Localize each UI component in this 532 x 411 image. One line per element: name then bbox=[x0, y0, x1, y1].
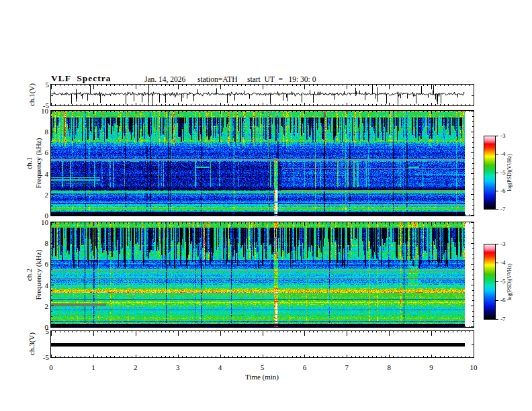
ch2-freq-tick-label: 8 bbox=[45, 239, 49, 247]
figure-title: VLF Spectra bbox=[51, 73, 112, 84]
ch1-volt-tick-label: -5 bbox=[43, 101, 49, 109]
ch3-volt-tick-label: 5 bbox=[46, 327, 50, 335]
ch3-waveform-canvas bbox=[51, 331, 474, 357]
colorbar-tick-label: -5 bbox=[500, 278, 506, 285]
figure-date: Jan. 14, 2026 bbox=[144, 75, 185, 83]
ch1-voltage-axis-label: ch.1(V) bbox=[28, 83, 36, 106]
colorbar-tick-label: -5 bbox=[500, 169, 506, 176]
x-tick-label: 2 bbox=[134, 363, 138, 371]
ch2-freq-tick-label: 2 bbox=[45, 302, 49, 310]
ch3-voltage-panel bbox=[50, 330, 474, 358]
ch1-colorbar-unit-label: log(PSD)(V²/Hz) bbox=[506, 154, 513, 191]
ch1-waveform-canvas bbox=[51, 85, 474, 105]
ch2-freq-tick-label: 4 bbox=[45, 281, 49, 289]
x-tick-label: 1 bbox=[91, 363, 95, 371]
ch1-channel-label: ch.1 bbox=[25, 157, 33, 170]
vlf-spectra-figure: VLF Spectra Jan. 14, 2026 station=ATH st… bbox=[0, 0, 532, 411]
x-tick-label: 3 bbox=[176, 363, 180, 371]
ch1-colorbar bbox=[484, 136, 500, 210]
ch2-frequency-axis-label: Frequency (kHz) bbox=[34, 250, 42, 300]
ch1-volt-tick-label: 5 bbox=[46, 81, 50, 89]
figure-start-ut: start UT = 19: 30: 0 bbox=[247, 75, 316, 83]
x-tick-label: 9 bbox=[429, 363, 433, 371]
ch1-spectrogram-canvas bbox=[51, 111, 474, 216]
ch2-spectrogram-canvas bbox=[51, 222, 474, 327]
x-tick-label: 6 bbox=[303, 363, 307, 371]
ch1-voltage-panel bbox=[50, 84, 474, 106]
colorbar-tick-label: -6 bbox=[500, 297, 506, 304]
ch2-colorbar-unit-label: log(PSD)(V²/Hz) bbox=[506, 263, 513, 300]
x-tick-label: 0 bbox=[49, 363, 53, 371]
colorbar-tick-label: -4 bbox=[500, 259, 506, 266]
ch3-voltage-axis-label: ch.3(V) bbox=[28, 332, 36, 355]
figure-station: station=ATH bbox=[197, 75, 238, 83]
x-tick-label: 8 bbox=[387, 363, 391, 371]
x-tick-label: 10 bbox=[470, 363, 478, 371]
colorbar-tick-label: -7 bbox=[500, 205, 506, 212]
time-axis-label: Time (min) bbox=[245, 373, 279, 381]
colorbar-tick-label: -3 bbox=[500, 132, 506, 139]
x-tick-label: 7 bbox=[345, 363, 349, 371]
x-tick-label: 5 bbox=[261, 363, 265, 371]
ch1-freq-tick-label: 6 bbox=[45, 148, 49, 156]
ch2-freq-tick-label: 10 bbox=[41, 218, 48, 226]
colorbar-tick-label: -4 bbox=[500, 150, 506, 157]
colorbar-tick-label: -7 bbox=[500, 316, 506, 322]
ch2-spectrogram-panel bbox=[50, 222, 474, 328]
colorbar-tick-label: -6 bbox=[500, 187, 506, 194]
ch3-volt-tick-label: -5 bbox=[43, 353, 49, 361]
x-tick-label: 4 bbox=[218, 363, 222, 371]
ch1-spectrogram-panel bbox=[50, 110, 474, 216]
ch2-freq-tick-label: 6 bbox=[45, 260, 49, 268]
ch1-frequency-axis-label: Frequency (kHz) bbox=[34, 138, 42, 189]
ch1-freq-tick-label: 8 bbox=[45, 128, 49, 136]
colorbar-tick-label: -3 bbox=[500, 240, 506, 247]
ch1-freq-tick-label: 2 bbox=[45, 191, 49, 199]
ch1-freq-tick-label: 4 bbox=[45, 170, 49, 178]
ch2-colorbar bbox=[484, 244, 500, 320]
ch2-channel-label: ch.2 bbox=[25, 269, 33, 281]
